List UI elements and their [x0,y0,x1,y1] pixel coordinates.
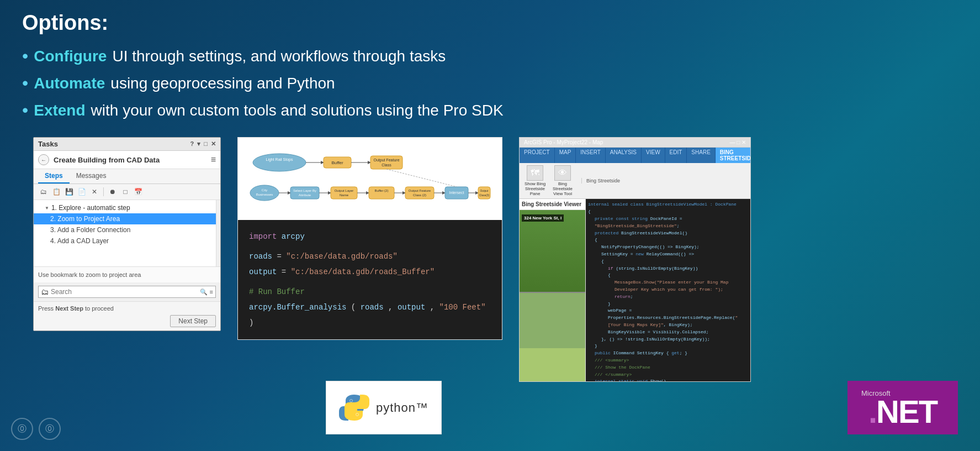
toolbar-icon-6[interactable]: 📅 [133,186,144,197]
vs-code-line-1: internal sealed class BingStreetsideView… [588,201,748,208]
code-buffer-comma2: , [430,303,439,312]
search-menu-icon[interactable]: ≡ [210,289,213,295]
task-section-explore[interactable]: 1. Explore - automatic step [34,202,220,213]
streetside-view: 324 New York St, I [520,210,585,348]
code-line-roads: roads = "c:/base/data.gdb/roads" [249,249,491,264]
tasks-list: 1. Explore - automatic step 2. Zoom to P… [34,200,220,266]
dotnet-panel: Microsoft .NET [847,381,958,434]
task-item-folder[interactable]: 3. Add a Folder Connection [34,224,220,235]
tab-project[interactable]: PROJECT [520,148,555,163]
tasks-toolbar: 🗂 📋 💾 📄 ✕ ⏺ □ 📅 [34,184,220,200]
code-buffer-func: arcpy.Buffer_analysis [249,303,346,312]
vs-code-line-22: /// <summary> [588,357,748,364]
svg-point-0 [253,154,306,171]
svg-text:Output Feature: Output Feature [409,189,431,192]
search-icon: 🔍 [200,289,208,296]
street-road [520,292,585,293]
toolbar-icon-record[interactable]: ⏺ [107,186,118,197]
workflow-diagram: Light Rail Stops Buffer Output Feature C… [238,138,502,220]
tasks-tabs: Steps Messages [34,169,220,184]
tab-view[interactable]: VIEW [642,148,665,163]
svg-text:Output Layer: Output Layer [335,189,354,192]
toolbar-icon-1[interactable]: 🗂 [38,186,49,197]
tasks-scrollbar[interactable] [216,200,220,266]
next-step-button[interactable]: Next Step [170,315,216,327]
svg-text:Businesses: Businesses [256,193,273,196]
tab-insert[interactable]: INSERT [576,148,606,163]
tasks-titlebar: Tasks ? ▾ □ ✕ [34,138,220,151]
task-item-zoom[interactable]: 2. Zoom to Project Area [34,213,220,224]
code-comment-text: # Run Buffer [249,287,305,296]
tasks-help[interactable]: ? [190,140,194,148]
toolbar-icon-3[interactable]: 💾 [63,186,75,197]
svg-line-34 [386,169,457,187]
arcgis-title: ArcGIS Pro - MyProject22 - Map [524,139,603,145]
circle-icon-2: ⓪ [39,418,61,440]
tasks-footer: Press Next Step to proceed Next Step [34,301,220,331]
svg-text:Buffer: Buffer [331,160,343,165]
task-item-cad[interactable]: 4. Add a CAD Layer [34,235,220,247]
python-panel: python™ [326,381,442,434]
vs-code-line-7: NotifyPropertyChanged(() => BingKey); [588,244,748,251]
street-ground [520,293,585,348]
svg-text:Attribute: Attribute [299,193,311,197]
tasks-header: ← Create Building from CAD Data ≡ [34,151,220,169]
vs-code-line-3: private const string DockPaneId = "BingS… [588,216,748,230]
toolbar-icon-delete[interactable]: ✕ [89,186,100,197]
panels-container: Tasks ? ▾ □ ✕ ← Create Building from CAD… [22,137,958,382]
tasks-minimize[interactable]: ▾ [197,140,200,148]
svg-text:Output Feature: Output Feature [373,158,399,162]
bullet-automate-rest: using geoprocessing and Python [110,75,335,92]
vs-code-line-25: internal static void Show() [588,378,748,381]
bullet-item-configure: Configure UI through settings, and workf… [22,46,958,66]
code-line-output: output = "c:/base/data.gdb/roads_Buffer" [249,264,491,280]
arcgis-window-controls: — □ ✕ [729,139,746,145]
vs-code-line-2: { [588,208,748,216]
vs-code-line-14: } [588,301,748,308]
map-thumbnail [520,348,585,381]
tab-share[interactable]: SHARE [687,148,715,163]
bullet-item-extend: Extend with your own custom tools and so… [22,100,958,120]
svg-text:Output: Output [480,189,489,192]
code-buffer-close: ) [249,318,253,327]
vs-code-line-10: if (string.IsNullOrEmpty(BingKey)) [588,265,748,272]
tasks-menu-icon[interactable]: ≡ [211,155,216,165]
vs-code-line-8: SettingKey = new RelayCommand(() => [588,251,748,258]
tab-map[interactable]: MAP [555,148,576,163]
svg-text:Name: Name [340,193,349,197]
code-roads-eq: = [277,252,286,261]
bing-view-icon: 👁 [554,165,571,181]
bullet-item-automate: Automate using geoprocessing and Python [22,73,958,93]
tasks-close[interactable]: ✕ [211,140,216,148]
code-roads-var: roads [249,252,272,261]
tab-analysis[interactable]: ANALYSIS [606,148,642,163]
toolbar-icon-5[interactable]: □ [120,186,131,197]
code-buffer-comma1: , [388,303,398,312]
python-brand-text: python™ [376,401,428,415]
tab-bing-streetside[interactable]: BING STREETSIDE [716,148,751,163]
tab-steps[interactable]: Steps [38,169,70,183]
vs-code-line-24: /// </summary> [588,371,748,379]
tasks-restore[interactable]: □ [204,140,208,148]
bing-pane-tool[interactable]: 🗺 Show Bing Streetside Pane [524,165,546,196]
tab-edit[interactable]: EDIT [665,148,687,163]
toolbar-icon-4[interactable]: 📄 [76,186,87,197]
toolbar-icon-2[interactable]: 📋 [51,186,62,197]
bing-view-tool[interactable]: 👁 Bing Streetside View Tool [552,165,574,196]
highlight-automate: Automate [34,75,105,92]
vs-code-line-6: { [588,237,748,244]
tab-messages[interactable]: Messages [70,169,113,183]
bullet-extend-rest: with your own custom tools and solutions… [91,102,504,119]
bottom-circles: ⓪ ⓪ [11,418,61,440]
bullet-configure-rest: UI through settings, and workflows throu… [112,48,446,65]
vs-code-line-20: public ICommand SettingKey { get; } [588,350,748,357]
arcgis-main-content: Bing Streetside Viewer 324 New York St, … [520,199,750,381]
code-buffer-dist: "100 Feet" [439,303,486,312]
vs-code-line-13: return; [588,293,748,301]
bing-pane-icon: 🗺 [527,165,543,181]
tasks-back-button[interactable]: ← [38,154,49,165]
workflow-svg: Light Rail Stops Buffer Output Feature C… [249,146,492,212]
search-input[interactable] [51,288,198,296]
tasks-header-title: Create Building from CAD Data [54,156,160,164]
vs-code-line-16: BingKeyVisible = Visibility.Collapsed; [588,329,748,336]
